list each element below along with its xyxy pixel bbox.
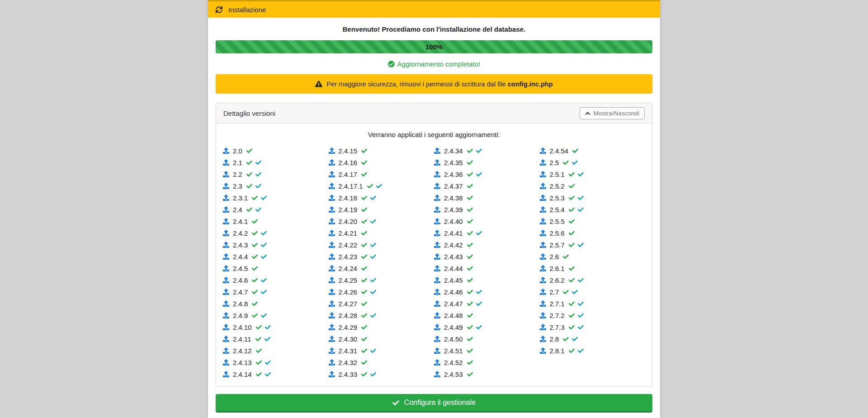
check-icon [572,289,578,295]
upload-icon [223,336,229,342]
version-label: 2.4.9 [233,312,248,319]
version-label: 2.4.7 [233,288,248,296]
version-label: 2.4.27 [339,300,358,308]
version-label: 2.7.2 [550,312,565,319]
check-icon [252,195,258,201]
upload-icon [329,253,335,260]
upload-icon [434,289,440,295]
version-checks [252,230,267,236]
version-checks [467,313,473,318]
check-icon [261,195,267,201]
version-label: 2.4.45 [444,276,463,284]
version-item: 2.4.35 [434,157,540,168]
upload-icon [540,171,546,177]
version-checks [252,313,267,318]
check-icon [246,171,252,177]
check-icon [569,242,575,248]
version-checks [361,254,376,260]
check-icon [361,324,367,330]
version-item: 2.4.54 [540,145,646,157]
upload-icon [540,347,546,354]
version-checks [252,218,258,224]
check-icon [361,171,367,177]
check-icon [578,348,584,354]
check-icon [264,336,270,342]
upload-icon [329,359,335,366]
upload-icon [223,312,229,318]
version-item: 2.4.32 [329,356,434,368]
version-checks [569,266,575,271]
version-label: 2.0 [233,147,242,155]
version-checks [361,277,376,283]
version-item: 2.4.17 [329,168,434,180]
check-icon [252,242,258,248]
version-checks [256,371,271,377]
version-checks [252,277,267,283]
version-item: 2.4.26 [329,286,434,298]
version-checks [569,242,584,248]
version-checks [467,148,482,154]
configure-button[interactable]: Configura il gestionale [216,394,652,413]
version-checks [467,160,473,166]
upload-icon [329,159,335,166]
check-icon [569,195,575,201]
title-bar: Installazione [208,0,660,18]
version-label: 2.4.43 [444,253,463,261]
warning-text: Per maggiore sicurezza, rimuovi i permes… [326,81,552,88]
check-icon [261,313,267,318]
check-icon [392,399,399,406]
version-item: 2.7.2 [540,309,646,321]
check-icon [578,171,584,177]
version-checks [256,348,262,354]
version-label: 2.4.26 [339,288,358,296]
version-checks [569,218,575,224]
check-icon [467,313,473,318]
version-label: 2.4.16 [339,159,358,166]
version-item: 2.4.48 [434,309,540,321]
version-label: 2.4.18 [339,194,358,202]
version-checks [246,160,261,166]
upload-icon [223,253,229,260]
check-icon [572,160,578,166]
check-icon [370,277,376,283]
versions-card-title: Dettaglio versioni [223,109,275,117]
check-icon [361,218,367,224]
version-item: 2.0 [223,145,329,157]
version-label: 2.4.3 [233,241,248,249]
check-icon [255,183,261,189]
version-label: 2.6.1 [550,265,565,272]
upload-icon [434,359,440,366]
version-item: 2.4.52 [434,356,540,368]
upload-icon [434,347,440,354]
check-icon [252,313,258,318]
versions-card: Dettaglio versioni Mostra/Nascondi Verra… [216,103,652,387]
show-hide-button[interactable]: Mostra/Nascondi [580,107,645,119]
upload-icon [540,312,546,318]
version-checks [467,301,482,307]
versions-column: 2.4.542.52.5.12.5.22.5.32.5.42.5.52.5.62… [540,145,646,380]
upload-icon [434,171,440,177]
version-label: 2.4.53 [444,370,463,378]
upload-icon [223,289,229,295]
upload-icon [223,171,229,177]
sync-icon [216,6,222,13]
check-icon [476,289,482,295]
check-icon [370,313,376,318]
check-icon [578,195,584,201]
check-icon [569,313,575,318]
check-icon [246,160,252,166]
version-item: 2.7.3 [540,321,646,333]
version-label: 2.4.8 [233,300,248,308]
version-label: 2.4.44 [444,265,463,272]
version-item: 2.4.24 [329,262,434,274]
version-label: 2.4.19 [339,206,358,214]
version-item: 2.4.46 [434,286,540,298]
version-checks [252,254,267,260]
version-label: 2.5.1 [550,171,565,178]
version-label: 2.6.2 [550,276,565,284]
version-item: 2.4.49 [434,321,540,333]
version-checks [569,277,584,283]
show-hide-label: Mostra/Nascondi [594,110,639,117]
upload-icon [540,242,546,248]
version-checks [569,324,584,330]
